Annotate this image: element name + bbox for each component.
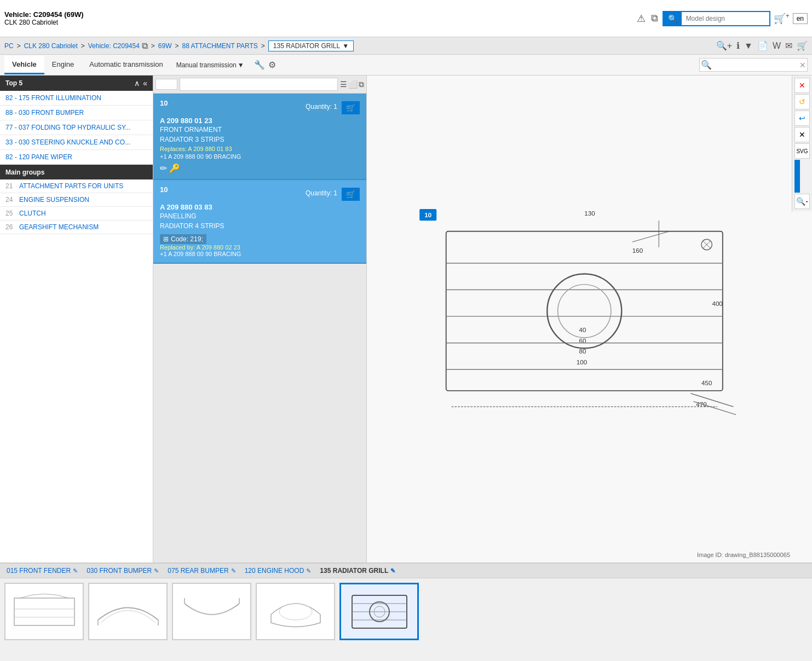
parts-list-view-btn[interactable]: ☰ [340,80,347,89]
nav-search-box: 🔍 ✕ [699,58,808,72]
diagram-history-btn[interactable]: ↩ [794,111,810,126]
filter-icon[interactable]: ▼ [744,41,753,51]
svg-rect-24 [14,598,74,625]
part-1-replaces: Replaces: A 209 880 01 83 [160,146,360,152]
thumbnail-030[interactable] [88,583,168,640]
thumb-tab-075-edit-icon[interactable]: ✎ [231,567,236,575]
part-1-addition: +1 A 209 888 00 90 BRACING [160,153,360,160]
diagram-refresh-btn[interactable]: ↺ [794,94,810,109]
diagram-zoom-out-btn[interactable]: 🔍- [794,194,810,209]
thumb-tab-030[interactable]: 030 FRONT BUMPER ✎ [84,566,161,576]
part-2-add-to-cart[interactable]: 🛒 [342,188,360,201]
parts-view-icons: ☰ ⬜ ⧉ [340,80,364,89]
language-selector[interactable]: en [793,13,808,24]
svg-text:100: 100 [576,358,587,366]
nav-icon-1[interactable]: 🔧 [254,60,265,70]
breadcrumb-clk[interactable]: CLK 280 Cabriolet [24,42,78,50]
thumb-tab-135[interactable]: 135 RADIATOR GRILL ✎ [318,566,398,576]
part-1-pos: 10 [160,99,168,107]
diagram-close-btn[interactable]: ✕ [794,78,810,93]
warning-icon[interactable]: ⚠ [636,11,647,26]
thumb-tab-015-edit-icon[interactable]: ✎ [73,567,78,575]
thumbnail-015[interactable] [4,583,84,640]
top5-item-3[interactable]: 77 - 037 FOLDING TOP HYDRAULIC SY... [0,120,153,135]
part-1-key-icon[interactable]: 🔑 [169,163,180,173]
thumb-tab-120-edit-icon[interactable]: ✎ [306,567,311,575]
thumbnail-120[interactable] [256,583,335,640]
parts-copy-btn[interactable]: ⧉ [359,80,364,89]
model-search-input[interactable] [682,13,769,25]
copy-icon[interactable]: ⧉ [650,11,659,25]
thumb-tab-135-edit-icon[interactable]: ✎ [390,567,395,575]
breadcrumb-copy-icon[interactable]: ⧉ [142,41,148,51]
group-name-25: CLUTCH [19,210,46,217]
top5-item-4[interactable]: 33 - 030 STEERING KNUCKLE AND CO... [0,135,153,150]
top5-collapse-icon[interactable]: ∧ [134,79,140,88]
thumbnail-135[interactable] [339,583,419,640]
nav-extra-icons: 🔧 ⚙ [254,60,276,70]
document-icon[interactable]: 📄 [757,40,768,51]
part-1-add-to-cart[interactable]: 🛒 [342,101,360,114]
thumbnail-tabs: 015 FRONT FENDER ✎ 030 FRONT BUMPER ✎ 07… [0,564,812,578]
thumb-tab-120[interactable]: 120 ENGINE HOOD ✎ [243,566,314,576]
top5-item-2[interactable]: 88 - 030 FRONT BUMPER [0,106,153,120]
main-content: Top 5 ∧ « 82 - 175 FRONT ILLUMINATION 88… [0,76,812,563]
parts-expand-btn[interactable]: ⬜ [348,80,358,89]
diagram-area: 10 130 160 400 40 60 80 100 450 470 [367,76,812,563]
thumb-tab-030-edit-icon[interactable]: ✎ [154,567,159,575]
group-item-24[interactable]: 24 ENGINE SUSPENSION [0,193,153,207]
mail-icon[interactable]: ✉ [785,40,792,51]
svg-line-18 [632,231,669,242]
svg-text:130: 130 [584,210,595,217]
breadcrumb-pc[interactable]: PC [4,42,14,50]
part-item-1-header: 10 Quantity: 1 🛒 [160,99,360,114]
breadcrumb-attachment[interactable]: 88 ATTACHMENT PARTS [182,42,258,50]
nav-search-input[interactable] [712,60,799,70]
breadcrumb-vehicle[interactable]: Vehicle: C209454 [88,42,140,50]
top5-expand-icon[interactable]: « [143,79,147,88]
breadcrumb-69w[interactable]: 69W [158,42,172,50]
diagram-svg-btn[interactable]: SVG [794,143,810,159]
group-num-24: 24 [5,196,19,204]
model-search-button[interactable]: 🔍 [664,12,682,25]
part-item-2: 10 Quantity: 1 🛒 A 209 880 03 83 PANELLI… [153,180,366,264]
top5-label: Top 5 [5,79,22,87]
thumb-tab-120-label: 120 ENGINE HOOD [245,567,304,575]
image-id-label: Image ID: drawing_B88135000065 [697,552,790,558]
group-item-26[interactable]: 26 GEARSHIFT MECHANISM [0,221,153,234]
top5-item-1[interactable]: 82 - 175 FRONT ILLUMINATION [0,91,153,106]
wis-icon[interactable]: W [773,41,781,51]
top5-item-5[interactable]: 82 - 120 PANE WIPER [0,150,153,165]
thumbnail-135-svg [344,587,415,636]
breadcrumb-sep-4: > [175,42,179,50]
nav-search-clear-button[interactable]: ✕ [799,61,806,69]
info-icon[interactable]: ℹ [736,40,740,51]
thumbnails-row [0,578,812,645]
part-1-name2: RADIATOR 3 STRIPS [160,136,360,143]
top-bar-actions: ⚠ ⧉ 🔍 🛒+ en [636,11,808,26]
thumb-tab-030-label: 030 FRONT BUMPER [87,567,152,575]
part-2-number: A 209 880 03 83 [160,203,360,211]
cart-button[interactable]: 🛒+ [774,12,790,25]
thumb-tab-015[interactable]: 015 FRONT FENDER ✎ [4,566,80,576]
tab-manual-transmission[interactable]: Manual transmission ▼ [171,57,250,73]
model-search-box: 🔍 [663,11,770,26]
zoom-in-icon[interactable]: 🔍+ [716,40,732,51]
group-item-25[interactable]: 25 CLUTCH [0,207,153,221]
thumb-tab-075[interactable]: 075 REAR BUMPER ✎ [165,566,238,576]
thumbnail-075[interactable] [172,583,251,640]
diagram-cross-btn[interactable]: ✕ [794,127,810,142]
part-1-pencil-icon[interactable]: ✏ [160,163,167,173]
nav-icon-2[interactable]: ⚙ [268,60,276,70]
tab-automatic-transmission[interactable]: Automatic transmission [82,56,170,74]
part-1-name: FRONT ORNAMENT [160,126,360,134]
nav-search-icon[interactable]: 🔍 [701,60,712,70]
group-name-24: ENGINE SUSPENSION [19,196,89,204]
parts-search-bar[interactable] [180,78,338,91]
group-item-21[interactable]: 21 ATTACHMENT PARTS FOR UNITS [0,179,153,193]
breadcrumb-sep-1: > [17,42,21,50]
tab-vehicle[interactable]: Vehicle [4,56,44,74]
tab-engine[interactable]: Engine [44,56,82,74]
diagram-scroll-btn[interactable] [794,160,800,193]
cart-icon[interactable]: 🛒 [797,40,808,51]
